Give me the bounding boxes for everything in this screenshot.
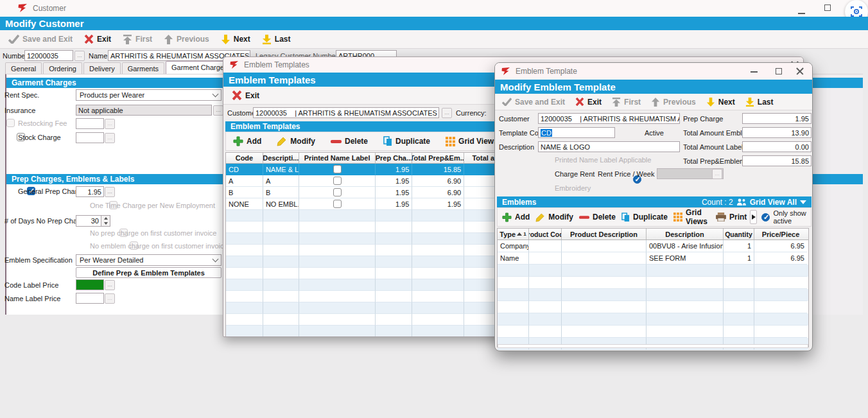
- next-button[interactable]: Next: [216, 30, 255, 48]
- col-price-piece[interactable]: Price/Piece: [754, 229, 807, 239]
- customer-lookup-button[interactable]: ...: [442, 108, 452, 118]
- delete-button[interactable]: Delete: [577, 208, 618, 226]
- days-no-prep-field[interactable]: 30: [76, 215, 101, 227]
- only-show-active-checkbox[interactable]: [761, 213, 770, 222]
- tab-general[interactable]: General: [5, 62, 42, 74]
- customer-field[interactable]: 12000035 | ARTHRITIS & RHEUMATISM ASSOCI…: [538, 113, 680, 124]
- restocking-fee-checkbox[interactable]: [6, 119, 15, 127]
- toolbar-overflow-button[interactable]: [750, 210, 757, 224]
- maximize-button[interactable]: [824, 4, 831, 12]
- col-code[interactable]: Code: [226, 153, 263, 163]
- save-and-exit-button[interactable]: Save and Exit: [498, 94, 569, 110]
- emblem-spec-dropdown[interactable]: Per Wearer Detailed: [76, 254, 221, 266]
- stock-charge-field[interactable]: [76, 132, 104, 143]
- grid-views-button[interactable]: Grid Views: [441, 132, 503, 150]
- customer-label: Customer: [499, 115, 530, 123]
- col-product-description[interactable]: Product Description: [562, 229, 647, 239]
- total-prep-emblem-label: Total Prep&Emblem: [683, 157, 745, 165]
- exit-button[interactable]: Exit: [227, 87, 264, 104]
- define-templates-button[interactable]: Define Prep & Emblem Templates: [76, 267, 221, 278]
- no-prep-first-invoice-label: No prep charge on first customer invoice: [90, 229, 216, 237]
- col-prep-charge[interactable]: Prep Cha...: [376, 153, 412, 163]
- add-button[interactable]: Add: [229, 132, 266, 150]
- printer-icon: [716, 213, 726, 222]
- chevron-down-icon: [213, 91, 219, 97]
- minimize-button[interactable]: [798, 8, 805, 15]
- first-button[interactable]: First: [118, 30, 157, 48]
- template-titlebar: Emblem Template: [495, 63, 812, 80]
- exit-button[interactable]: Exit: [80, 30, 116, 48]
- add-button[interactable]: Add: [499, 208, 532, 226]
- total-prep-emblem-field[interactable]: 15.85: [742, 155, 812, 166]
- template-row[interactable]: B B 1.95 6.90: [226, 187, 519, 198]
- restocking-fee-lookup-button[interactable]: ...: [105, 119, 115, 129]
- printed-name-checkbox[interactable]: [333, 165, 342, 173]
- next-button[interactable]: Next: [702, 94, 740, 110]
- total-amount-emblems-field[interactable]: 13.90: [742, 127, 812, 138]
- number-lookup-button[interactable]: ...: [74, 51, 85, 61]
- printed-name-checkbox[interactable]: [333, 188, 342, 196]
- modify-button[interactable]: Modify: [533, 208, 576, 226]
- close-icon[interactable]: [796, 67, 804, 75]
- printed-name-checkbox[interactable]: [333, 200, 342, 208]
- previous-button[interactable]: Previous: [159, 30, 214, 48]
- insurance-lookup-button[interactable]: ...: [213, 105, 223, 116]
- chevron-down-icon: [213, 256, 219, 262]
- rent-price-lookup-button[interactable]: ...: [712, 169, 722, 179]
- save-and-exit-button[interactable]: Save and Exit: [4, 30, 77, 48]
- template-row-selected[interactable]: CD NAME & L... 1.95 15.85: [226, 164, 519, 175]
- tab-delivery[interactable]: Delivery: [83, 62, 121, 74]
- restocking-fee-field[interactable]: [76, 118, 104, 129]
- general-prep-charge-field[interactable]: 1.95: [76, 186, 104, 197]
- print-button[interactable]: Print: [713, 208, 749, 226]
- emblem-row[interactable]: Company 00BVU8 - Arise Infusion 1 6.95: [498, 240, 808, 252]
- days-spinner[interactable]: [101, 215, 110, 227]
- exit-button[interactable]: Exit: [571, 94, 606, 110]
- rent-spec-dropdown[interactable]: Products per Wearer: [76, 89, 221, 101]
- insurance-field[interactable]: Not applicable: [76, 105, 212, 116]
- grid-view-dropdown-icon[interactable]: [800, 200, 806, 204]
- maximize-icon[interactable]: [776, 68, 782, 74]
- number-field[interactable]: 12000035: [24, 50, 73, 61]
- col-product-code[interactable]: Product Code: [529, 229, 562, 239]
- col-printed-name-label[interactable]: Printed Name Label: [299, 153, 376, 163]
- name-label-price-field[interactable]: [76, 293, 104, 304]
- emblems-grid-hscrollbar[interactable]: [498, 344, 808, 348]
- col-description[interactable]: Descripti...: [263, 153, 299, 163]
- col-description[interactable]: Description: [647, 229, 724, 239]
- printed-name-checkbox[interactable]: [333, 177, 342, 185]
- first-button[interactable]: First: [607, 94, 645, 110]
- general-prep-lookup-button[interactable]: ...: [105, 187, 115, 197]
- exit-x-icon: [84, 35, 94, 44]
- name-label-price-label: Name Label Price: [4, 295, 60, 302]
- description-field[interactable]: NAME & LOGO: [538, 141, 680, 152]
- col-quantity[interactable]: Quantity: [724, 229, 754, 239]
- modify-button[interactable]: Modify: [272, 132, 320, 150]
- previous-button[interactable]: Previous: [647, 94, 700, 110]
- duplicate-icon-button[interactable]: Duplicate: [619, 208, 670, 226]
- customer-field[interactable]: 12000035 | ARTHRITIS & RHEUMATISM ASSOCI…: [253, 107, 439, 118]
- duplicate-icon-button[interactable]: Duplicate: [379, 132, 435, 150]
- tab-garments[interactable]: Garments: [122, 62, 164, 74]
- prep-charge-field[interactable]: 1.95: [742, 113, 812, 124]
- template-code-field[interactable]: CD: [538, 127, 615, 138]
- grid-views-button[interactable]: Grid Views: [671, 208, 713, 226]
- template-row[interactable]: NONE NO EMBL... 1.95 1.95: [226, 198, 519, 210]
- template-row[interactable]: A A 1.95 6.90: [226, 175, 519, 187]
- tab-ordering[interactable]: Ordering: [43, 62, 82, 74]
- name-label: Name: [89, 52, 107, 60]
- emblem-row[interactable]: Name SEE FORM 1 6.95: [498, 252, 808, 265]
- stock-charge-lookup-button[interactable]: ...: [105, 133, 115, 143]
- last-button[interactable]: Last: [257, 30, 295, 48]
- page-header: Modify Customer: [0, 17, 868, 30]
- last-button[interactable]: Last: [741, 94, 778, 110]
- total-amount-labels-field[interactable]: 0.00: [742, 141, 812, 152]
- col-total-prep[interactable]: Total Prep&Em...: [412, 153, 464, 163]
- minimize-icon[interactable]: [751, 71, 758, 73]
- name-label-price-lookup-button[interactable]: ...: [105, 293, 115, 304]
- grid-view-selector[interactable]: Grid View All: [750, 198, 797, 207]
- delete-button[interactable]: Delete: [326, 132, 372, 150]
- col-type[interactable]: Type 1: [498, 229, 529, 239]
- code-label-price-lookup-button[interactable]: ...: [105, 280, 115, 290]
- code-label-price-field[interactable]: [76, 279, 104, 290]
